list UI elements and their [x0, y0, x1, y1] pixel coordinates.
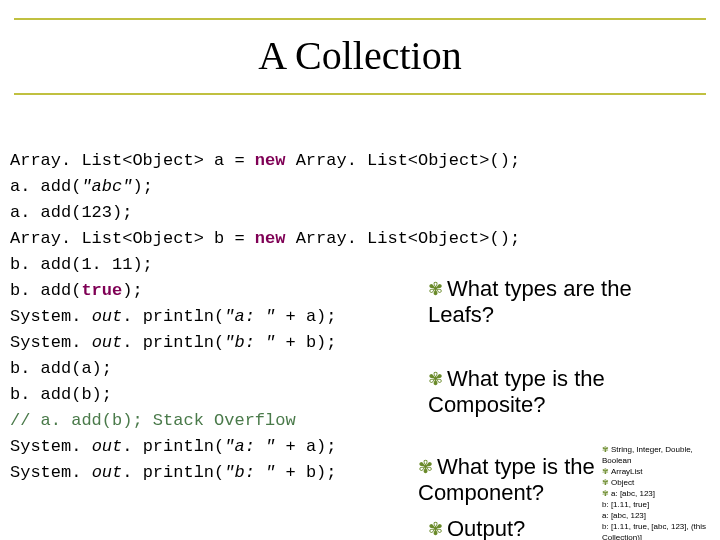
code-line-13: System. out. println("b: " + b); — [10, 463, 337, 482]
answer-output-b1: b: [1.11, true] — [602, 499, 720, 510]
bullet-icon: ✾ — [602, 445, 609, 454]
title-box: A Collection — [14, 18, 706, 95]
code-line-6: b. add(true); — [10, 281, 143, 300]
code-line-9: b. add(a); — [10, 359, 112, 378]
bullet-icon: ✾ — [602, 467, 609, 476]
answer-output-b2: b: [1.11, true, [abc, 123], (this Collec… — [602, 521, 720, 540]
code-line-5: b. add(1. 11); — [10, 255, 153, 274]
code-line-12: System. out. println("a: " + a); — [10, 437, 337, 456]
slide: A Collection Array. List<Object> a = new… — [0, 18, 720, 540]
bullet-icon: ✾ — [428, 369, 443, 389]
code-line-11: // a. add(b); Stack Overflow — [10, 411, 296, 430]
code-line-10: b. add(b); — [10, 385, 112, 404]
answers-block: ✾String, Integer, Double, Boolean ✾Array… — [602, 444, 720, 540]
bullet-icon: ✾ — [428, 519, 443, 539]
answer-component: ✾Object — [602, 477, 720, 488]
code-line-1: Array. List<Object> a = new Array. List<… — [10, 151, 520, 170]
code-line-4: Array. List<Object> b = new Array. List<… — [10, 229, 520, 248]
slide-title: A Collection — [14, 26, 706, 85]
bullet-icon: ✾ — [418, 457, 433, 477]
code-line-7: System. out. println("a: " + a); — [10, 307, 337, 326]
code-line-8: System. out. println("b: " + b); — [10, 333, 337, 352]
code-line-2: a. add("abc"); — [10, 177, 153, 196]
bullet-icon: ✾ — [602, 489, 609, 498]
answer-leafs: ✾String, Integer, Double, Boolean — [602, 444, 720, 466]
bullet-icon: ✾ — [602, 478, 609, 487]
question-composite: ✾What type is the Composite? — [428, 366, 698, 418]
answer-output-a1: ✾a: [abc, 123] — [602, 488, 720, 499]
bullet-icon: ✾ — [428, 279, 443, 299]
answer-output-a2: a: [abc, 123] — [602, 510, 720, 521]
question-leafs: ✾What types are the Leafs? — [428, 276, 698, 328]
answer-composite: ✾ArrayList — [602, 466, 720, 477]
code-line-3: a. add(123); — [10, 203, 132, 222]
